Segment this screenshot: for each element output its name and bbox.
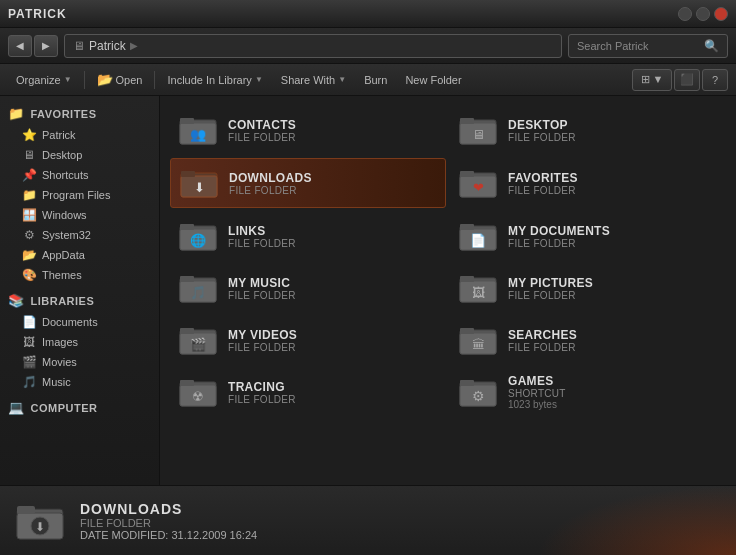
help-button[interactable]: ? xyxy=(702,69,728,91)
include-library-button[interactable]: Include in library ▼ xyxy=(159,70,270,90)
file-item-links[interactable]: 🌐LinksFile folder xyxy=(170,212,446,260)
svg-text:🎬: 🎬 xyxy=(190,336,207,353)
sidebar-item-appdata[interactable]: 📂 AppData xyxy=(0,245,159,265)
open-icon: 📂 xyxy=(97,72,113,87)
file-item-tracing[interactable]: ☢TracingFile folder xyxy=(170,368,446,416)
appdata-icon: 📂 xyxy=(22,248,36,262)
back-button[interactable]: ◀ xyxy=(8,35,32,57)
sidebar-item-documents[interactable]: 📄 Documents xyxy=(0,312,159,332)
sidebar-item-desktop[interactable]: 🖥 Desktop xyxy=(0,145,159,165)
breadcrumb-arrow-icon: ▶ xyxy=(130,40,138,51)
minimize-button[interactable] xyxy=(678,7,692,21)
file-info: FavoritesFile folder xyxy=(508,171,718,196)
file-info: My VideosFile folder xyxy=(228,328,438,353)
favorites-header: 📁 Favorites xyxy=(0,102,159,125)
sidebar-item-images-label: Images xyxy=(42,336,78,348)
file-name: My Pictures xyxy=(508,276,718,290)
breadcrumb[interactable]: 🖥 Patrick ▶ xyxy=(64,34,562,58)
file-type: File folder xyxy=(229,185,437,196)
file-item-favorites[interactable]: ❤FavoritesFile folder xyxy=(450,158,726,208)
new-folder-button[interactable]: New folder xyxy=(397,70,469,90)
svg-text:🖥: 🖥 xyxy=(472,127,485,142)
sidebar-item-windows[interactable]: 🪟 Windows xyxy=(0,205,159,225)
file-type: File folder xyxy=(228,290,438,301)
file-type: File folder xyxy=(228,342,438,353)
search-bar[interactable]: Search Patrick 🔍 xyxy=(568,34,728,58)
breadcrumb-icon: 🖥 xyxy=(73,39,85,53)
file-type: File folder xyxy=(228,394,438,405)
file-info: DownloadsFile folder xyxy=(229,171,437,196)
sidebar-item-images[interactable]: 🖼 Images xyxy=(0,332,159,352)
svg-text:🖼: 🖼 xyxy=(472,285,485,300)
sidebar-item-system32[interactable]: ⚙ System32 xyxy=(0,225,159,245)
svg-rect-10 xyxy=(181,171,195,177)
file-item-my-documents[interactable]: 📄My DocumentsFile folder xyxy=(450,212,726,260)
sidebar-item-program-files[interactable]: 📁 Program Files xyxy=(0,185,159,205)
file-type: File folder xyxy=(508,185,718,196)
svg-text:☢: ☢ xyxy=(192,389,204,404)
sidebar-item-appdata-label: AppData xyxy=(42,249,85,261)
file-info: LinksFile folder xyxy=(228,224,438,249)
status-folder-icon: ⬇ xyxy=(16,499,64,543)
file-item-games[interactable]: ⚙GamesShortcut1023 bytes xyxy=(450,368,726,416)
file-item-my-pictures[interactable]: 🖼My PicturesFile folder xyxy=(450,264,726,312)
favorites-section: 📁 Favorites ⭐ Patrick 🖥 Desktop 📌 Shortc… xyxy=(0,102,159,285)
main-container: 📁 Favorites ⭐ Patrick 🖥 Desktop 📌 Shortc… xyxy=(0,96,736,485)
sidebar-item-music[interactable]: 🎵 Music xyxy=(0,372,159,392)
file-type: File folder xyxy=(508,290,718,301)
folder-icon-desktop: 🖥 xyxy=(458,112,498,148)
documents-sidebar-icon: 📄 xyxy=(22,315,36,329)
file-extra: 1023 bytes xyxy=(508,399,718,410)
address-bar: ◀ ▶ 🖥 Patrick ▶ Search Patrick 🔍 xyxy=(0,28,736,64)
file-item-my-music[interactable]: 🎵My MusicFile folder xyxy=(170,264,446,312)
sidebar-item-patrick[interactable]: ⭐ Patrick xyxy=(0,125,159,145)
folder-icon-games: ⚙ xyxy=(458,374,498,410)
view-dropdown-button[interactable]: ⊞ ▼ xyxy=(632,69,672,91)
burn-button[interactable]: Burn xyxy=(356,70,395,90)
sidebar: 📁 Favorites ⭐ Patrick 🖥 Desktop 📌 Shortc… xyxy=(0,96,160,485)
svg-text:❤: ❤ xyxy=(473,180,484,195)
windows-icon: 🪟 xyxy=(22,208,36,222)
status-date-label: Date modified: xyxy=(80,529,168,541)
svg-rect-46 xyxy=(460,380,474,386)
svg-rect-30 xyxy=(460,276,474,282)
nav-buttons: ◀ ▶ xyxy=(8,35,58,57)
window-controls xyxy=(678,7,728,21)
file-type: File folder xyxy=(228,132,438,143)
file-item-contacts[interactable]: 👥ContactsFile folder xyxy=(170,106,446,154)
share-with-button[interactable]: Share with ▼ xyxy=(273,70,354,90)
folder-icon-favorites: ❤ xyxy=(458,165,498,201)
svg-rect-50 xyxy=(17,506,35,514)
toolbar-separator-2 xyxy=(154,71,155,89)
file-type: File folder xyxy=(228,238,438,249)
maximize-button[interactable] xyxy=(696,7,710,21)
file-item-my-videos[interactable]: 🎬My VideosFile folder xyxy=(170,316,446,364)
file-name: My Music xyxy=(228,276,438,290)
sidebar-item-program-files-label: Program Files xyxy=(42,189,110,201)
sidebar-item-desktop-label: Desktop xyxy=(42,149,82,161)
large-icon-view-button[interactable]: ⬛ xyxy=(674,69,700,91)
file-item-downloads[interactable]: ⬇DownloadsFile folder xyxy=(170,158,446,208)
file-item-searches[interactable]: 🏛SearchesFile folder xyxy=(450,316,726,364)
sidebar-item-shortcuts[interactable]: 📌 Shortcuts xyxy=(0,165,159,185)
file-name: My Videos xyxy=(228,328,438,342)
file-item-desktop[interactable]: 🖥DesktopFile folder xyxy=(450,106,726,154)
forward-button[interactable]: ▶ xyxy=(34,35,58,57)
file-type: Shortcut xyxy=(508,388,718,399)
open-button[interactable]: 📂 Open xyxy=(89,68,151,91)
close-button[interactable] xyxy=(714,7,728,21)
sidebar-item-movies[interactable]: 🎬 Movies xyxy=(0,352,159,372)
sidebar-item-windows-label: Windows xyxy=(42,209,87,221)
share-dropdown-icon: ▼ xyxy=(338,75,346,84)
movies-icon: 🎬 xyxy=(22,355,36,369)
system32-icon: ⚙ xyxy=(22,228,36,242)
sidebar-item-themes[interactable]: 🎨 Themes xyxy=(0,265,159,285)
svg-text:🏛: 🏛 xyxy=(472,337,485,352)
computer-section: 💻 Computer xyxy=(0,396,159,419)
svg-text:🎵: 🎵 xyxy=(190,284,207,301)
file-name: Desktop xyxy=(508,118,718,132)
organize-button[interactable]: Organize ▼ xyxy=(8,70,80,90)
folder-icon-pictures: 🖼 xyxy=(458,270,498,306)
sidebar-item-system32-label: System32 xyxy=(42,229,91,241)
file-type: File folder xyxy=(508,238,718,249)
